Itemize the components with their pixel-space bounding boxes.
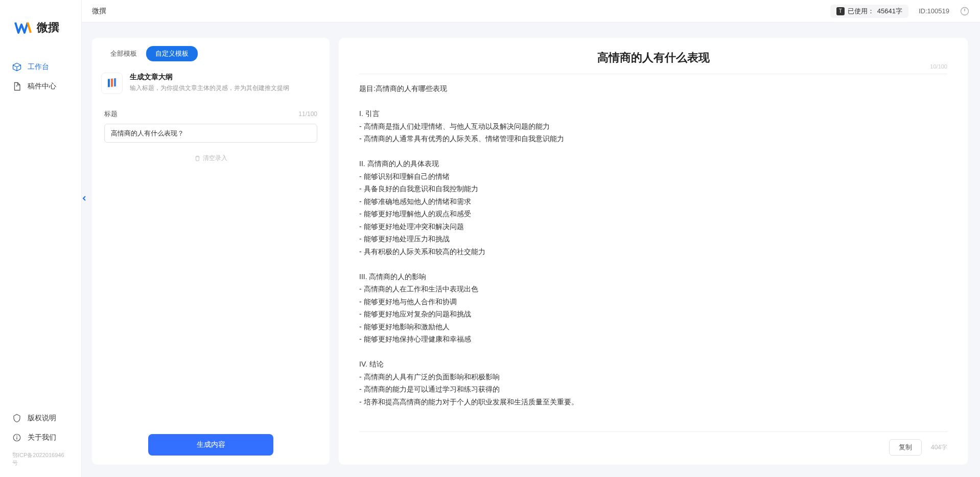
usage-badge[interactable]: T 已使用： 45641字 — [830, 5, 908, 18]
content: 全部模板 自定义模板 生成文章大纲 输入标题，为你提供文章主体的灵感，并为其创建… — [82, 22, 980, 477]
title-input[interactable] — [104, 124, 317, 143]
copy-button[interactable]: 复制 — [889, 439, 922, 456]
user-id: ID:100519 — [919, 7, 949, 15]
main: 微撰 T 已使用： 45641字 ID:100519 全部模板 自定义模板 — [82, 0, 980, 477]
nav: 工作台 稿件中心 — [0, 57, 81, 408]
svg-rect-6 — [111, 79, 113, 87]
clear-label: 清空录入 — [203, 154, 227, 163]
document-icon — [12, 82, 21, 91]
footer-label: 关于我们 — [28, 433, 56, 442]
footer-about[interactable]: 关于我们 — [0, 428, 81, 447]
icp-text: 鄂ICP备2022016946号 — [0, 447, 81, 467]
svg-rect-7 — [114, 78, 116, 86]
output-title: 高情商的人有什么表现 — [359, 50, 947, 65]
form-section: 标题 11/100 清空录入 — [92, 102, 330, 434]
output-word-count: 404字 — [931, 443, 947, 452]
sidebar-bottom: 版权说明 关于我们 鄂ICP备2022016946号 — [0, 408, 81, 477]
left-panel: 全部模板 自定义模板 生成文章大纲 输入标题，为你提供文章主体的灵感，并为其创建… — [92, 38, 330, 465]
collapse-handle[interactable] — [81, 192, 87, 205]
template-desc: 输入标题，为你提供文章主体的灵感，并为其创建推文提纲 — [130, 84, 320, 93]
cube-icon — [12, 62, 21, 72]
power-icon — [960, 6, 970, 16]
output-header: 高情商的人有什么表现 10/100 — [359, 50, 947, 74]
title-label: 标题 — [104, 109, 118, 119]
footer-copyright[interactable]: 版权说明 — [0, 408, 81, 428]
logo-icon — [14, 18, 33, 37]
trash-icon — [194, 155, 201, 162]
nav-label: 工作台 — [28, 62, 49, 72]
template-title: 生成文章大纲 — [130, 73, 320, 82]
topbar: 微撰 T 已使用： 45641字 ID:100519 — [82, 0, 980, 22]
right-panel: 高情商的人有什么表现 10/100 题目:高情商的人有哪些表现 I. 引言 - … — [339, 38, 968, 465]
nav-label: 稿件中心 — [28, 82, 56, 91]
nav-drafts[interactable]: 稿件中心 — [0, 77, 81, 96]
usage-value: 45641字 — [877, 7, 902, 16]
template-icon — [101, 73, 123, 94]
generate-button[interactable]: 生成内容 — [148, 434, 273, 456]
text-badge-icon: T — [836, 7, 845, 15]
logo-text: 微撰 — [37, 20, 59, 35]
topbar-title: 微撰 — [92, 7, 106, 16]
svg-point-2 — [16, 436, 17, 437]
footer-label: 版权说明 — [28, 414, 56, 423]
tab-custom-templates[interactable]: 自定义模板 — [146, 46, 198, 61]
output-body[interactable]: 题目:高情商的人有哪些表现 I. 引言 - 高情商是指人们处理情绪、与他人互动以… — [359, 74, 947, 431]
logo[interactable]: 微撰 — [0, 10, 81, 57]
chevron-left-icon — [81, 192, 87, 205]
info-icon — [12, 433, 21, 442]
books-icon — [106, 77, 118, 89]
template-card: 生成文章大纲 输入标题，为你提供文章主体的灵感，并为其创建推文提纲 — [92, 61, 330, 102]
output-title-count: 10/100 — [930, 63, 947, 70]
sidebar: 微撰 工作台 稿件中心 版权说明 — [0, 0, 82, 477]
nav-workspace[interactable]: 工作台 — [0, 57, 81, 77]
shield-icon — [12, 414, 21, 423]
output-footer: 复制 404字 — [359, 431, 947, 456]
template-tabs: 全部模板 自定义模板 — [92, 46, 330, 61]
usage-prefix: 已使用： — [848, 7, 874, 16]
tab-all-templates[interactable]: 全部模板 — [101, 46, 146, 61]
clear-button[interactable]: 清空录入 — [104, 154, 317, 163]
svg-rect-5 — [108, 79, 110, 87]
power-button[interactable] — [960, 6, 970, 16]
title-char-count: 11/100 — [298, 110, 317, 118]
